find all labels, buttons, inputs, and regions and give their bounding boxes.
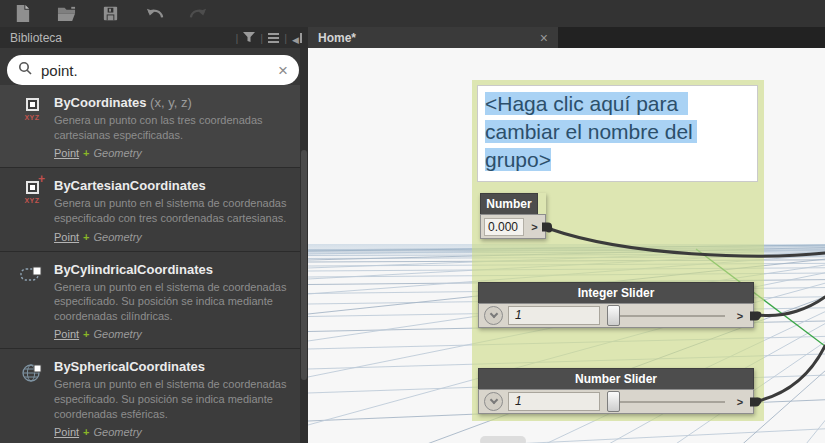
slider-handle[interactable] [607,305,620,326]
item-title: ByCoordinates [54,95,146,110]
library-scrollbar[interactable] [300,48,308,443]
search-input[interactable]: point. × [7,55,299,85]
plus-icon: + [83,231,89,243]
slider-value-field[interactable]: 1 [508,392,600,411]
item-title: ByCartesianCoordinates [54,178,294,193]
filter-icon[interactable] [243,29,255,47]
node-number[interactable]: Number 0.000 > [480,193,546,239]
item-title: BySphericalCoordinates [54,359,294,374]
new-document-icon[interactable] [12,3,33,24]
open-file-icon[interactable] [56,3,77,24]
tag-geometry: Geometry [94,328,142,340]
tag-geometry: Geometry [94,147,142,159]
plus-icon: + [83,147,89,159]
library-title: Biblioteca [10,31,236,45]
save-icon[interactable] [100,3,121,24]
node-integer-slider[interactable]: Integer Slider 1 > [478,282,754,328]
chevron-down-icon [489,310,497,318]
expand-button[interactable] [484,306,503,325]
point-xyz-icon: XYZ [12,95,52,159]
node-number-slider[interactable]: Number Slider 1 > [478,368,754,414]
partial-node-peek [480,436,526,443]
chevron-down-icon [489,396,497,404]
slider-track[interactable] [605,391,727,412]
item-description: Genera un punto con las tres coordenadas… [54,113,290,142]
tag-geometry: Geometry [94,426,142,438]
undo-icon[interactable] [144,3,165,24]
number-value-field[interactable]: 0.000 [484,218,524,236]
point-cartesian-icon: + XYZ [12,178,52,242]
main-toolbar [0,0,825,27]
output-port[interactable]: > [732,396,748,408]
output-port-nub[interactable] [750,397,760,406]
workspace-canvas[interactable]: <Haga clic aquí para cambiar el nombre d… [308,48,825,443]
group-title-line: grupo> [485,148,551,171]
slider-track[interactable] [605,305,727,326]
slider-value-field[interactable]: 1 [508,306,600,325]
clear-search-icon[interactable]: × [278,62,288,79]
tab-label: Home* [318,31,540,45]
node-header[interactable]: Number [480,193,538,214]
point-spherical-icon [12,359,52,438]
search-query: point. [41,62,278,79]
tag-point[interactable]: Point [54,231,79,243]
library-item-bycylindricalcoordinates[interactable]: ByCylindricalCoordinates Genera un punto… [0,252,300,350]
tag-point[interactable]: Point [54,147,79,159]
tag-geometry: Geometry [94,231,142,243]
list-view-icon[interactable] [268,31,279,45]
library-results-list: XYZ ByCoordinates (x, y, z) Genera un pu… [0,85,300,443]
item-title: ByCylindricalCoordinates [54,262,294,277]
library-item-bysphericalcoordinates[interactable]: BySphericalCoordinates Genera un punto e… [0,349,300,443]
plus-icon: + [83,328,89,340]
plus-icon: + [83,426,89,438]
item-description: Genera un punto en el sistema de coorden… [54,196,290,225]
item-title-suffix: (x, y, z) [150,95,192,110]
output-port-nub[interactable] [750,311,760,320]
output-port[interactable]: > [732,310,748,322]
collapse-panel-icon[interactable]: ◀ [292,29,302,47]
point-cylindrical-icon [12,262,52,341]
item-description: Genera un punto en el sistema de coorden… [54,377,290,421]
library-item-bycartesiancoordinates[interactable]: + XYZ ByCartesianCoordinates Genera un p… [0,168,300,251]
expand-button[interactable] [484,392,503,411]
group-title-editor[interactable]: <Haga clic aquí para cambiar el nombre d… [477,85,758,182]
slider-handle[interactable] [607,391,620,412]
output-port-nub[interactable] [542,222,552,231]
group-title-line: cambiar el nombre del [485,120,697,143]
tag-point[interactable]: Point [54,328,79,340]
node-header[interactable]: Integer Slider [478,282,754,303]
node-header[interactable]: Number Slider [478,368,754,389]
item-description: Genera un punto en el sistema de coorden… [54,280,290,324]
tab-home[interactable]: Home* × [308,27,558,48]
group-title-line: <Haga clic aquí para [485,92,688,115]
library-header: Biblioteca | | | ◀ [0,27,308,48]
scrollbar-thumb[interactable] [301,150,307,380]
redo-icon[interactable] [188,3,209,24]
library-item-bycoordinates[interactable]: XYZ ByCoordinates (x, y, z) Genera un pu… [0,85,300,168]
tag-point[interactable]: Point [54,426,79,438]
search-icon [18,61,32,79]
workspace-tabbar: Home* × [308,27,825,48]
close-tab-icon[interactable]: × [540,31,548,45]
library-sidebar: Biblioteca | | | ◀ point. × XYZ [0,27,308,443]
